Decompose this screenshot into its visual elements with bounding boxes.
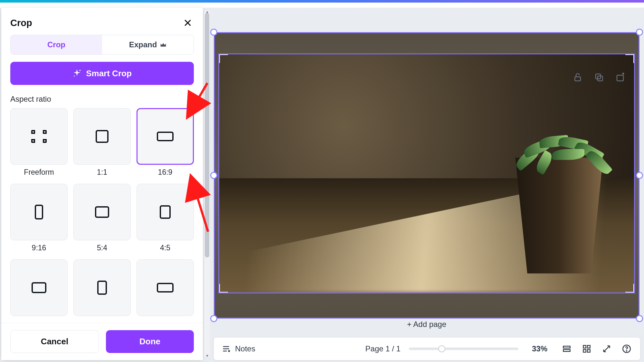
aspect-ratio-label: Aspect ratio: [10, 95, 194, 104]
svg-rect-6: [564, 346, 570, 348]
cancel-button[interactable]: Cancel: [10, 330, 99, 353]
ratio-extra-3[interactable]: [137, 259, 194, 316]
annotation-arrow: [185, 80, 211, 120]
footer-bar: Notes Page 1 / 1 33%: [214, 338, 640, 360]
annotation-arrow: [188, 174, 214, 236]
rect-icon: [32, 282, 46, 293]
close-button[interactable]: [182, 17, 194, 29]
tall-rect-icon: [35, 205, 43, 219]
mode-tabs: Crop Expand: [10, 35, 194, 55]
rect-icon: [95, 206, 109, 218]
smart-crop-button[interactable]: Smart Crop: [10, 62, 194, 85]
ratio-4-5[interactable]: [137, 184, 194, 240]
page-counter: Page 1 / 1: [365, 344, 401, 353]
panel-footer: Cancel Done: [1, 323, 203, 360]
zoom-knob[interactable]: [438, 345, 445, 352]
notes-button[interactable]: Notes: [222, 344, 255, 353]
add-page-link[interactable]: + Add page: [214, 320, 639, 329]
svg-rect-10: [583, 349, 586, 352]
add-page-button[interactable]: [614, 71, 627, 84]
view-grid-button[interactable]: [581, 343, 592, 355]
ratio-extra-2[interactable]: [73, 259, 131, 316]
duplicate-button[interactable]: [592, 71, 605, 84]
zoom-percent: 33%: [532, 344, 547, 353]
freeform-icon: [31, 130, 47, 143]
wide-rect-icon: [157, 132, 174, 141]
canvas-toolbar: [571, 71, 627, 84]
svg-rect-8: [583, 346, 586, 348]
svg-rect-2: [575, 77, 581, 81]
ratio-extra-1[interactable]: [10, 259, 68, 316]
svg-rect-7: [564, 349, 570, 351]
svg-rect-11: [587, 349, 590, 352]
panel-title: Crop: [10, 18, 32, 28]
rect-icon: [97, 281, 107, 295]
ratio-1-1[interactable]: [73, 108, 131, 165]
help-button[interactable]: [621, 343, 632, 355]
tab-expand[interactable]: Expand: [102, 35, 194, 54]
zoom-slider[interactable]: [409, 348, 518, 350]
svg-point-1: [74, 76, 75, 77]
aspect-ratio-grid: Freeform 1:1 16:9 9:16 5:4 4:5: [10, 108, 194, 316]
ratio-freeform[interactable]: [10, 108, 68, 165]
square-icon: [96, 130, 109, 143]
done-button[interactable]: Done: [106, 330, 194, 353]
tab-crop[interactable]: Crop: [11, 35, 102, 54]
selection-handle-tr[interactable]: [636, 29, 643, 36]
svg-rect-5: [617, 75, 623, 81]
rect-icon: [157, 283, 174, 292]
lock-button[interactable]: [571, 71, 584, 84]
fullscreen-button[interactable]: [601, 343, 612, 355]
svg-rect-9: [587, 346, 590, 348]
view-list-button[interactable]: [561, 343, 573, 355]
ratio-5-4[interactable]: [73, 184, 131, 240]
sparkle-icon: [72, 69, 81, 78]
canvas[interactable]: [214, 32, 639, 319]
svg-point-13: [626, 350, 627, 351]
ratio-9-16[interactable]: [10, 184, 68, 240]
selection-handle-mr[interactable]: [636, 172, 643, 179]
rect-icon: [160, 205, 171, 219]
crop-panel: Crop Crop Expand Smart Crop Aspect ratio…: [1, 8, 203, 360]
crown-icon: [160, 42, 166, 47]
selection-handle-tl[interactable]: [210, 29, 217, 36]
svg-point-0: [80, 70, 81, 71]
scroll-down-icon: ▾: [204, 353, 210, 358]
notes-icon: [222, 344, 231, 353]
